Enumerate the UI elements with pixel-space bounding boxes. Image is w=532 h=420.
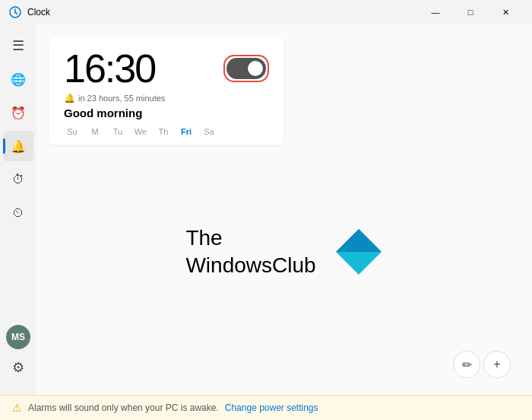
sidebar-item-worldclock[interactable]: 🌐 (3, 64, 33, 94)
day-tu: Tu (109, 127, 126, 136)
menu-icon: ☰ (12, 37, 24, 54)
sidebar-item-menu[interactable]: ☰ (3, 30, 33, 61)
status-link[interactable]: Change power settings (225, 402, 318, 413)
sidebar-item-stopwatch[interactable]: ⏱ (3, 164, 33, 195)
alarm-time: 16:30 (64, 49, 155, 88)
day-m: M (87, 127, 103, 136)
status-message: Alarms will sound only when your PC is a… (28, 402, 219, 413)
sidebar-item-wrapper-worldclock: 🌐 (3, 64, 33, 94)
maximize-button[interactable]: □ (453, 0, 488, 24)
sidebar-item-alarm[interactable]: ⏰ (3, 97, 33, 128)
day-we: We (132, 127, 149, 136)
sidebar-top: ☰ 🌐 ⏰ 🔔 (3, 30, 33, 325)
add-button[interactable]: + (483, 351, 511, 378)
sidebar-item-timer[interactable]: ⏲ (3, 198, 33, 228)
alarm-toggle[interactable] (226, 58, 266, 79)
status-bar: ⚠ Alarms will sound only when your PC is… (0, 395, 532, 420)
toggle-knob (248, 61, 263, 76)
svg-line-2 (15, 13, 17, 14)
day-fri: Fri (178, 127, 195, 136)
alarm-card: 16:30 🔔 in 23 hours, 55 minutes Good mor… (49, 37, 284, 145)
stopwatch-icon: ⏱ (12, 173, 24, 186)
app-container: ☰ 🌐 ⏰ 🔔 (0, 24, 532, 395)
day-th: Th (155, 127, 172, 136)
day-sa: Sa (201, 127, 217, 136)
watermark-line1: The (185, 226, 222, 250)
alarm-card-header: 16:30 (64, 49, 269, 88)
app-title: Clock (27, 7, 418, 18)
edit-button[interactable]: ✏ (453, 351, 480, 378)
svg-marker-4 (336, 229, 382, 252)
close-button[interactable]: ✕ (488, 0, 523, 24)
bottom-toolbar: ✏ + (49, 346, 520, 383)
alarm-next-label: in 23 hours, 55 minutes (78, 94, 165, 103)
status-warning-icon: ⚠ (12, 402, 22, 414)
day-su: Su (64, 127, 81, 136)
alarm-title: Good morning (64, 107, 269, 119)
add-icon: + (493, 358, 500, 371)
watermark-area: The WindowsClub (49, 158, 520, 346)
active-indicator (3, 138, 5, 154)
sidebar-item-wrapper-stopwatch: ⏱ (3, 164, 33, 195)
sidebar-item-wrapper-timer: ⏲ (3, 198, 33, 228)
sidebar-bottom: MS ⚙ (3, 325, 33, 389)
watermark-line2: WindowsClub (185, 253, 315, 277)
alarm-days: Su M Tu We Th Fri Sa (64, 127, 269, 136)
sidebar: ☰ 🌐 ⏰ 🔔 (0, 24, 36, 395)
sidebar-item-wrapper-alarm: ⏰ (3, 97, 33, 128)
minimize-button[interactable]: — (418, 0, 453, 24)
avatar-button[interactable]: MS (6, 325, 30, 349)
title-bar: Clock — □ ✕ (0, 0, 532, 24)
alarm-icon: ⏰ (11, 106, 26, 120)
main-content: 16:30 🔔 in 23 hours, 55 minutes Good mor… (36, 24, 532, 395)
app-icon (9, 6, 21, 18)
window-controls: — □ ✕ (418, 0, 523, 24)
windowsclub-logo (334, 228, 383, 276)
sidebar-item-wrapper-menu: ☰ (3, 30, 33, 61)
sidebar-item-settings[interactable]: ⚙ (3, 352, 33, 383)
sidebar-item-focus[interactable]: 🔔 (3, 131, 33, 161)
alarm-next: 🔔 in 23 hours, 55 minutes (64, 93, 269, 103)
settings-icon: ⚙ (12, 359, 24, 376)
sidebar-item-wrapper-focus: 🔔 (3, 131, 33, 161)
worldclock-icon: 🌐 (11, 72, 26, 87)
watermark-text: The WindowsClub (185, 224, 315, 280)
focus-icon: 🔔 (11, 139, 26, 154)
toggle-wrapper (223, 55, 269, 82)
bell-icon: 🔔 (64, 93, 75, 103)
timer-icon: ⏲ (12, 206, 24, 220)
edit-icon: ✏ (462, 358, 472, 372)
